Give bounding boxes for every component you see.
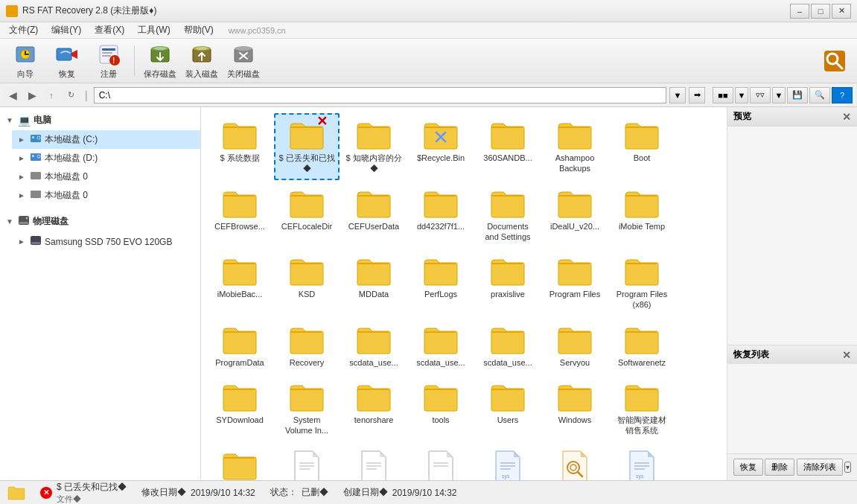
save-state[interactable]: 💾 — [787, 87, 808, 103]
recover-button[interactable]: 恢复 — [48, 42, 86, 80]
file-cefbrowse[interactable]: CEFBrowse... — [207, 182, 273, 249]
app-icon — [6, 5, 18, 17]
address-input[interactable] — [94, 87, 666, 103]
register-button[interactable]: ! 注册 — [89, 42, 128, 80]
file-imobietemp[interactable]: iMobie Temp — [609, 182, 675, 249]
svg-rect-26 — [31, 172, 41, 179]
preview-close-button[interactable]: ✕ — [842, 111, 851, 123]
menu-help[interactable]: 帮助(V) — [178, 22, 220, 38]
file-imobiebac[interactable]: iMobieBac... — [207, 249, 273, 316]
file-programfiles[interactable]: Program Files — [542, 249, 608, 316]
svg-rect-27 — [31, 191, 41, 198]
menu-file[interactable]: 文件(Z) — [3, 22, 44, 38]
file-hibernfil[interactable]: sys hiberfil.sys — [475, 444, 541, 480]
menu-tools[interactable]: 工具(W) — [132, 22, 176, 38]
file-ceflocale[interactable]: CEFLocaleDir — [274, 182, 340, 249]
tree-local-c[interactable]: ► 本地磁盘 (C:) — [12, 130, 200, 149]
filter-btn[interactable]: ▿▿ — [750, 87, 771, 103]
file-recycle[interactable]: $Recycle.Bin — [408, 113, 474, 180]
file-dd4232[interactable]: dd4232f7f1... — [408, 182, 474, 249]
file-bootmgr[interactable]: bootmgr — [274, 444, 340, 480]
view-large-icons[interactable]: ■■ — [713, 87, 733, 103]
load-disk-button[interactable]: 装入磁盘 — [182, 42, 221, 80]
left-panel: ▼ 💻 电脑 ► 本地磁盘 (C:) ► 本地磁盘 (D:) ► — [0, 107, 201, 480]
address-bar: ◀ ▶ ↑ ↻ | ▼ ➡ ■■ ▼ ▿▿ ▼ 💾 🔍 ? — [0, 83, 857, 107]
load-disk-label: 装入磁盘 — [185, 68, 218, 80]
file-programdata[interactable]: ProgramData — [207, 318, 273, 374]
tree-computer[interactable]: ▼ 💻 电脑 — [0, 110, 200, 130]
cefuser-name: CEFUserData — [348, 221, 399, 232]
maximize-button[interactable]: □ — [811, 4, 830, 19]
close-disk-button[interactable]: 关闭磁盘 — [224, 42, 263, 80]
file-ashampoo[interactable]: Ashampoo Backups — [542, 113, 608, 180]
file-programfiles86[interactable]: Program Files (x86) — [609, 249, 675, 316]
tree-ssd[interactable]: ► Samsung SSD 750 EVO 120GB — [12, 232, 200, 251]
file-bootnxt[interactable]: BOOTNXT — [341, 444, 407, 480]
file-praxislive[interactable]: praxislive — [475, 249, 541, 316]
filter-dropdown[interactable]: ▼ — [772, 87, 786, 103]
file-docsettings[interactable]: Documents and Settings — [475, 182, 541, 249]
back-button[interactable]: ◀ — [4, 87, 21, 103]
guide-button[interactable]: 向导 — [6, 42, 45, 80]
file-sydownload[interactable]: SYDownload — [207, 375, 273, 442]
file-cefuser[interactable]: CEFUserData — [341, 182, 407, 249]
up-button[interactable]: ↑ — [43, 87, 60, 103]
menu-view[interactable]: 查看(X) — [89, 22, 130, 38]
close-button[interactable]: ✕ — [832, 4, 851, 19]
computer-label: 电脑 — [34, 114, 51, 127]
file-lost[interactable]: ✕ $ 已丢失和已找◆ — [274, 113, 340, 180]
file-users[interactable]: Users — [475, 375, 541, 442]
search-btn[interactable]: 🔍 — [809, 87, 830, 103]
help-btn[interactable]: ? — [832, 87, 853, 103]
file-perflogs[interactable]: PerfLogs — [408, 249, 474, 316]
file-360sand[interactable]: 360SANDB... — [475, 113, 541, 180]
search-icon-btn[interactable] — [818, 45, 851, 77]
recover-action-button[interactable]: 恢复 — [733, 459, 763, 476]
clear-list-button[interactable]: 清除列表 — [797, 459, 843, 476]
file-tools[interactable]: tools — [408, 375, 474, 442]
file-windows[interactable]: Windows — [542, 375, 608, 442]
status-folder-icon — [7, 484, 25, 502]
window-controls[interactable]: – □ ✕ — [790, 4, 851, 19]
tree-local-d[interactable]: ► 本地磁盘 (D:) — [12, 149, 200, 168]
file-pagefile[interactable]: sys pagefile.sys — [609, 444, 675, 480]
go-button[interactable]: ➡ — [689, 87, 705, 103]
tree-physical-section: ▼ 物理磁盘 ► Samsung SSD 750 EVO 120GB — [0, 208, 200, 254]
folder-icon-sydownload — [222, 381, 258, 412]
file-ksd[interactable]: KSD — [274, 249, 340, 316]
file-boot[interactable]: Boot — [609, 113, 675, 180]
file-idealu[interactable]: iDealU_v20... — [542, 182, 608, 249]
file-scdata1[interactable]: scdata_use... — [341, 318, 407, 374]
file-bootsect[interactable]: BOOTSECT... — [408, 444, 474, 480]
file-scdata2[interactable]: scdata_use... — [408, 318, 474, 374]
refresh-button[interactable]: ↻ — [63, 87, 79, 103]
file-ceramic[interactable]: 智能陶瓷建材销售系统 — [609, 375, 675, 442]
file-sysdata[interactable]: $ 系统数据 — [207, 113, 273, 180]
address-dropdown[interactable]: ▼ — [669, 87, 686, 103]
file-culture[interactable]: 智能文体用品销售系统 — [207, 444, 273, 480]
more-button[interactable]: ▾ — [844, 462, 851, 473]
file-servyou[interactable]: Servyou — [542, 318, 608, 374]
expand-icon-0b: ► — [18, 191, 27, 200]
view-dropdown[interactable]: ▼ — [735, 87, 748, 103]
file-keyfinder[interactable]: KeyFinder.... — [542, 444, 608, 480]
tree-local-0a[interactable]: ► 本地磁盘 0 — [12, 168, 200, 186]
delete-action-button[interactable]: 删除 — [765, 459, 794, 476]
minimize-button[interactable]: – — [790, 4, 809, 19]
tree-local-0b[interactable]: ► 本地磁盘 0 — [12, 186, 200, 205]
menu-edit[interactable]: 编辑(Y) — [45, 22, 87, 38]
svg-rect-23 — [31, 153, 41, 161]
file-mddata[interactable]: MDData — [341, 249, 407, 316]
file-tenorshare[interactable]: tenorshare — [341, 375, 407, 442]
file-scdata3[interactable]: scdata_use... — [475, 318, 541, 374]
tree-physical[interactable]: ▼ 物理磁盘 — [0, 211, 200, 232]
file-recovery[interactable]: Recovery — [274, 318, 340, 374]
file-softwarenetz[interactable]: Softwarenetz — [609, 318, 675, 374]
status-deleted-icon: ✕ — [40, 487, 52, 499]
recovery-list-close[interactable]: ✕ — [842, 349, 851, 361]
file-known[interactable]: $ 知晓内容的分◆ — [341, 113, 407, 180]
save-disk-button[interactable]: 保存磁盘 — [141, 42, 179, 80]
svg-rect-29 — [19, 222, 28, 224]
forward-button[interactable]: ▶ — [24, 87, 40, 103]
file-systemvol[interactable]: System Volume In... — [274, 375, 340, 442]
